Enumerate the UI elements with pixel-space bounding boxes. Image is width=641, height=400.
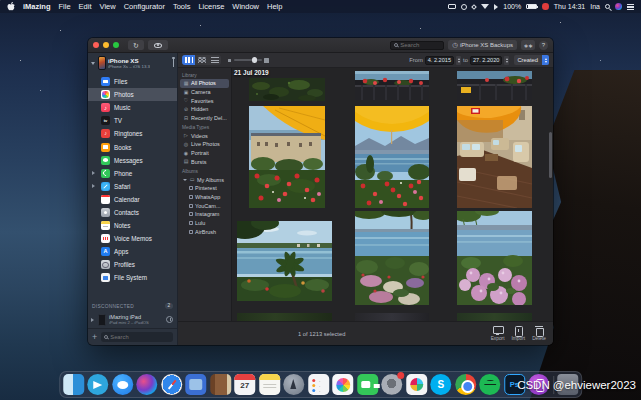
sidebar-item-safari[interactable]: Safari — [88, 180, 177, 193]
from-date-stepper[interactable] — [456, 56, 461, 65]
search-input[interactable] — [400, 42, 440, 48]
library-item-bursts[interactable]: Bursts — [178, 158, 231, 167]
system-preferences-dock-icon[interactable] — [381, 374, 402, 395]
list-view-button[interactable] — [208, 55, 221, 65]
menu-license[interactable]: License — [198, 2, 224, 11]
collapse-icon[interactable] — [183, 179, 187, 181]
siri-icon[interactable] — [615, 3, 622, 10]
device-header[interactable]: iPhone XS iPhone Xs – iOS 13.3 — [88, 53, 177, 73]
photo-partial-strip[interactable] — [355, 313, 429, 321]
photo-hydrangea-lake[interactable] — [457, 211, 532, 305]
sidebar-item-imazing-ipad[interactable]: iMazing iPad iPad mini 2 – iPadOS — [88, 311, 177, 328]
album-checkbox[interactable] — [189, 195, 193, 199]
photo-railing-flowers-crop[interactable] — [355, 71, 429, 100]
chrome-dock-icon[interactable] — [455, 374, 476, 395]
notification-badge-icon[interactable] — [542, 3, 549, 10]
slider-track[interactable] — [234, 59, 262, 61]
content-scrollbar[interactable] — [549, 132, 552, 178]
slack-dock-icon[interactable] — [406, 374, 427, 395]
zoom-window-button[interactable] — [113, 42, 119, 48]
from-date-field[interactable]: 4. 2.2015 — [425, 56, 454, 65]
close-window-button[interactable] — [93, 42, 99, 48]
sidebar-item-contacts[interactable]: Contacts — [88, 206, 177, 219]
library-item-hidden[interactable]: Hidden — [178, 105, 231, 114]
library-item-camera[interactable]: Camera — [178, 88, 231, 97]
view-options-button[interactable] — [148, 40, 168, 50]
sidebar-search-input[interactable] — [110, 334, 170, 340]
grid-view-button[interactable] — [182, 55, 195, 65]
photo-foliage-crop[interactable] — [249, 78, 325, 101]
input-source-label[interactable]: Ina — [590, 3, 600, 10]
album-checkbox[interactable] — [189, 230, 193, 234]
delete-button[interactable]: Delete — [532, 326, 546, 342]
sidebar-item-files[interactable]: Files — [88, 75, 177, 88]
siri-dock-icon[interactable] — [136, 374, 157, 395]
backups-button[interactable]: iPhone XS Backups — [448, 40, 517, 50]
expand-icon[interactable] — [91, 318, 94, 322]
sidebar-item-phone[interactable]: Phone — [88, 167, 177, 180]
reminders-dock-icon[interactable] — [308, 374, 329, 395]
photo-partial-strip[interactable] — [237, 313, 332, 321]
device-disclosure-icon[interactable] — [91, 62, 95, 65]
notification-center-icon[interactable] — [627, 4, 634, 10]
calendar-dock-icon[interactable]: 27 — [234, 374, 255, 395]
sidebar-item-apps[interactable]: Apps — [88, 245, 177, 258]
time-machine-icon[interactable] — [461, 4, 467, 10]
library-item-my-albums[interactable]: My Albums — [178, 175, 231, 184]
album-item-pinterest[interactable]: Pinterest — [178, 184, 231, 193]
safari-dock-icon[interactable] — [161, 374, 182, 395]
menu-app-name[interactable]: iMazing — [23, 2, 51, 11]
expand-icon[interactable] — [92, 184, 95, 188]
to-date-stepper[interactable] — [504, 56, 509, 65]
menu-tools[interactable]: Tools — [173, 2, 191, 11]
photo-umbrella-terrace[interactable] — [457, 106, 532, 208]
album-checkbox[interactable] — [189, 212, 193, 216]
sort-dropdown-stepper[interactable] — [542, 55, 549, 65]
bluetooth-icon[interactable] — [471, 4, 477, 10]
thumbnail-view-button[interactable] — [195, 55, 208, 65]
album-item-lulu[interactable]: Lulu — [178, 219, 231, 228]
window-search-field[interactable] — [390, 41, 444, 50]
sidebar-item-photos[interactable]: Photos — [88, 88, 177, 101]
export-button[interactable]: Export — [491, 326, 505, 342]
menu-view[interactable]: View — [100, 2, 116, 11]
library-item-live-photos[interactable]: Live Photos — [178, 140, 231, 149]
sort-dropdown[interactable]: Created — [514, 55, 549, 65]
menu-help[interactable]: Help — [267, 2, 282, 11]
spotlight-icon[interactable] — [605, 4, 610, 9]
sidebar-item-voice-memos[interactable]: Voice Memos — [88, 232, 177, 245]
sidebar-search-field[interactable] — [101, 332, 173, 342]
facetime-dock-icon[interactable] — [357, 374, 378, 395]
menu-file[interactable]: File — [59, 2, 71, 11]
menu-configurator[interactable]: Configurator — [124, 2, 165, 11]
skype-dock-icon[interactable]: S — [430, 374, 451, 395]
photo-railing-sign-crop[interactable] — [457, 71, 532, 100]
spotify-dock-icon[interactable] — [479, 374, 500, 395]
album-item-instagram[interactable]: Instagram — [178, 210, 231, 219]
contacts-dock-icon[interactable] — [210, 374, 231, 395]
window-titlebar[interactable]: iPhone XS Backups ? — [88, 38, 553, 53]
sidebar-item-profiles[interactable]: Profiles — [88, 258, 177, 271]
slider-thumb[interactable] — [252, 57, 258, 63]
album-item-whatsapp[interactable]: WhatsApp — [178, 193, 231, 202]
album-checkbox[interactable] — [189, 186, 193, 190]
photo-lake-palm[interactable] — [237, 221, 332, 301]
to-date-field[interactable]: 27. 2.2020 — [470, 56, 502, 65]
album-item-airbrush[interactable]: AirBrush — [178, 227, 231, 236]
preview-dock-icon[interactable] — [185, 374, 206, 395]
import-button[interactable]: Import — [512, 326, 526, 342]
expand-icon[interactable] — [92, 171, 95, 175]
minimize-window-button[interactable] — [103, 42, 109, 48]
photo-umbrella-lake[interactable] — [355, 106, 429, 208]
messenger-dock-icon[interactable] — [112, 374, 133, 395]
library-item-videos[interactable]: Videos — [178, 131, 231, 140]
add-device-button[interactable]: + — [92, 333, 97, 342]
library-item-all-photos[interactable]: All Photos — [180, 79, 229, 88]
sidebar-item-books[interactable]: Books — [88, 140, 177, 153]
sidebar-item-notes[interactable]: Notes — [88, 219, 177, 232]
sidebar-item-tv[interactable]: TV — [88, 114, 177, 127]
sidebar-item-calendar[interactable]: Calendar — [88, 193, 177, 206]
wifi-icon[interactable] — [481, 4, 489, 9]
refresh-button[interactable] — [128, 40, 144, 50]
display-icon[interactable] — [448, 4, 456, 9]
